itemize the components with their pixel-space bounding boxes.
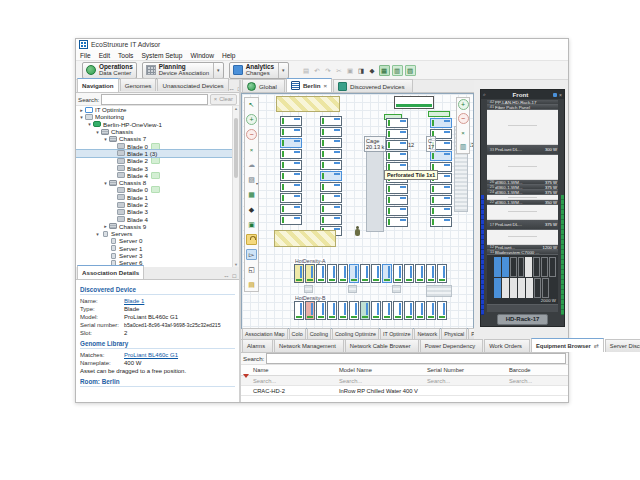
floor-rack[interactable]: [360, 264, 370, 283]
floor-rack[interactable]: [320, 215, 342, 225]
floor-rack[interactable]: [386, 151, 408, 161]
bottom-panel-tab[interactable]: Alarms: [242, 339, 273, 352]
tool-icon[interactable]: ×: [458, 127, 469, 138]
bottom-panel-tab[interactable]: Work Orders: [484, 339, 530, 352]
floor-rack[interactable]: [430, 217, 452, 227]
toolbar-icon[interactable]: ▦: [379, 65, 390, 76]
floor-rack[interactable]: [382, 264, 392, 283]
blade-slot[interactable]: [502, 278, 509, 298]
floor-rack[interactable]: [430, 206, 452, 216]
crac-unit[interactable]: [394, 96, 434, 109]
tree-item[interactable]: Blade 0: [76, 186, 232, 193]
floor-rack[interactable]: [320, 193, 342, 203]
left-panel-tab[interactable]: Navigation: [77, 78, 119, 92]
floor-rack[interactable]: [280, 215, 302, 225]
floor-rack[interactable]: [426, 301, 436, 320]
tree-item[interactable]: Blade 2: [76, 157, 232, 164]
floor-rack[interactable]: [393, 301, 403, 320]
floor-rack[interactable]: [280, 193, 302, 203]
tool-icon[interactable]: ◆: [246, 204, 257, 215]
table-row[interactable]: CRAC-HD-2 InRow RP Chilled Water 400 V: [241, 386, 568, 396]
menu-item[interactable]: Edit: [99, 52, 110, 59]
floor-rack[interactable]: [415, 301, 425, 320]
floor-rack[interactable]: [320, 160, 342, 170]
workspace-tab[interactable]: Global: [242, 79, 285, 92]
floorplan-canvas[interactable]: Cage 20.13 k 12 C 17 13 Perforated Tile …: [241, 93, 474, 329]
magnifier-icon[interactable]: ⌕: [483, 91, 486, 98]
bottom-panel-tab[interactable]: Network Cable Browser: [345, 339, 419, 352]
menu-item[interactable]: Tools: [118, 52, 133, 59]
blade-slot[interactable]: [526, 278, 533, 298]
left-panel-tab[interactable]: Unassociated Devices: [157, 78, 228, 91]
association-details-tab[interactable]: Association Details: [77, 265, 144, 279]
floor-rack[interactable]: [404, 264, 414, 283]
floor-rack[interactable]: [338, 264, 348, 283]
equipment-search-input[interactable]: [266, 353, 566, 364]
floor-rack[interactable]: [386, 140, 408, 150]
filter-input[interactable]: Search...: [337, 378, 425, 384]
column-header[interactable]: Name: [251, 367, 337, 373]
tool-icon[interactable]: ↖: [246, 99, 257, 110]
tab-close-icon[interactable]: ×: [323, 83, 327, 89]
toolbar-icon[interactable]: ↶: [313, 66, 322, 75]
column-header[interactable]: Serial Number: [425, 367, 507, 373]
tree-item[interactable]: Blade 3: [76, 208, 232, 215]
floor-rack[interactable]: [360, 301, 370, 320]
toolbar-icon[interactable]: ✂: [335, 66, 344, 75]
tree-expander-icon[interactable]: ▾: [94, 129, 101, 135]
floor-rack[interactable]: [386, 195, 408, 205]
workspace-tab[interactable]: Discovered Devices: [333, 79, 413, 92]
toolbar-icon[interactable]: ◆: [368, 66, 377, 75]
toolbar-icon[interactable]: ▥: [392, 65, 403, 76]
blade-slot[interactable]: [518, 257, 525, 277]
analytics-dropdown-icon[interactable]: ▾: [278, 63, 285, 78]
floor-rack[interactable]: [280, 171, 302, 181]
blade-slot[interactable]: [549, 257, 556, 277]
blade-slot[interactable]: [494, 257, 501, 277]
floor-rack[interactable]: [371, 264, 381, 283]
bottom-panel-tab[interactable]: Equipment Browser ⇄: [531, 338, 604, 352]
toolbar-icon[interactable]: ▤: [302, 66, 311, 75]
floor-rack[interactable]: [338, 301, 348, 320]
floor-rack[interactable]: [430, 151, 452, 161]
rack-slot[interactable]: [487, 155, 558, 180]
floor-rack[interactable]: [320, 116, 342, 126]
floor-rack[interactable]: [327, 301, 337, 320]
floor-rack[interactable]: [305, 301, 315, 320]
floor-rack[interactable]: [415, 264, 425, 283]
floor-rack[interactable]: [320, 138, 342, 148]
tree-item[interactable]: ▸ Chassis 9: [76, 223, 232, 230]
blade-slot[interactable]: [510, 278, 517, 298]
toolbar-icon[interactable]: ◨: [357, 66, 366, 75]
rack-pin-icon[interactable]: [553, 93, 557, 97]
floor-rack[interactable]: [280, 127, 302, 137]
overlay-tab[interactable]: Association Map: [242, 328, 288, 339]
tool-icon[interactable]: ☁: [246, 159, 257, 170]
tree-item[interactable]: ▾ Chassis 8: [76, 179, 232, 186]
tree-expander-icon[interactable]: ▸: [102, 223, 109, 229]
floor-rack[interactable]: [320, 182, 342, 192]
floor-rack[interactable]: [430, 184, 452, 194]
toolbar-icon[interactable]: ↷: [324, 66, 333, 75]
overlay-tab[interactable]: Colo: [289, 328, 306, 339]
rack-slot[interactable]: 33 ProLiant DL... 300 W: [487, 145, 558, 155]
tree-item[interactable]: Blade 3: [76, 164, 232, 171]
tool-icon[interactable]: ▣: [246, 219, 257, 230]
rack-close-icon[interactable]: ×: [559, 92, 562, 98]
floor-rack[interactable]: [280, 138, 302, 148]
tool-icon[interactable]: ▻: [246, 249, 257, 260]
filter-input[interactable]: Search...: [507, 378, 568, 384]
tree-item[interactable]: ▾ Monitoring: [76, 113, 232, 120]
tree-item[interactable]: ▾ Servers: [76, 230, 232, 237]
tree-item[interactable]: ▾ Chassis: [76, 128, 232, 135]
floor-rack[interactable]: [386, 118, 408, 128]
filter-input[interactable]: Search...: [425, 378, 507, 384]
tree-item[interactable]: Blade 1 (3): [76, 150, 232, 157]
floor-rack[interactable]: [320, 171, 342, 181]
floor-rack[interactable]: [349, 264, 359, 283]
blade-slot[interactable]: [534, 278, 541, 298]
tree-item[interactable]: Server 1: [76, 245, 232, 252]
blade-slot[interactable]: [502, 257, 509, 277]
tree-item[interactable]: Blade 2: [76, 201, 232, 208]
blade-slot[interactable]: [525, 257, 532, 277]
